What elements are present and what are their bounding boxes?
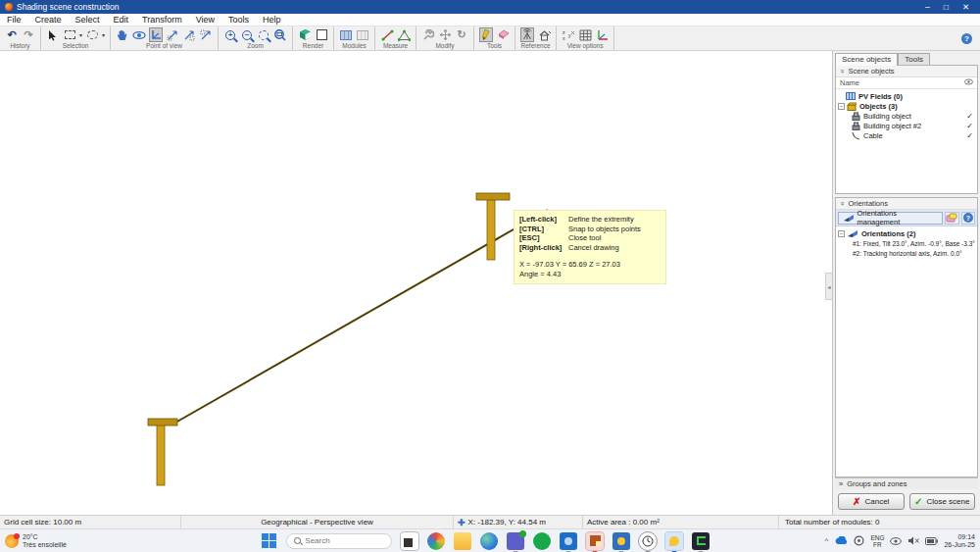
taskbar-clock[interactable]: 09:14 26-Jun-25 xyxy=(944,533,975,549)
view-top-icon[interactable] xyxy=(166,27,179,42)
orientation-layers-button[interactable] xyxy=(945,212,958,225)
marquee-dropdown-icon[interactable]: ▾ xyxy=(79,31,82,38)
privacy-eye-icon[interactable] xyxy=(890,537,902,545)
orientations-management-button[interactable]: Orientations management xyxy=(838,212,943,225)
photos-app-icon[interactable] xyxy=(427,532,445,550)
orientation-help-button[interactable]: ? xyxy=(961,212,975,225)
visible-check-icon[interactable]: ✓ xyxy=(966,122,977,130)
tree-item-orientation-1[interactable]: #1: Fixed, Tilt 23.0°, Azim. -0.9°, Base… xyxy=(836,238,977,248)
render-wireframe-icon[interactable] xyxy=(315,27,328,42)
menu-edit[interactable]: Edit xyxy=(107,15,136,25)
upper-post-pole[interactable] xyxy=(487,199,495,260)
outlook-icon[interactable] xyxy=(560,532,577,550)
render-solid-icon[interactable] xyxy=(298,27,312,42)
visible-check-icon[interactable]: ✓ xyxy=(966,131,977,140)
clock-app-icon[interactable] xyxy=(639,532,657,550)
scene-objects-header[interactable]: « Scene objects xyxy=(836,66,977,77)
pvsyst-app-icon[interactable] xyxy=(665,532,683,550)
cursor-select-icon[interactable] xyxy=(46,27,60,42)
language-indicator[interactable]: ENG FR xyxy=(870,534,884,548)
measure-distance-icon[interactable] xyxy=(380,27,394,42)
weather-condition: Très ensoleillé xyxy=(23,541,67,549)
scene-canvas[interactable]: [Left-click] Define the extremity [CTRL]… xyxy=(0,51,833,515)
view-side-icon[interactable] xyxy=(199,27,213,42)
battery-icon[interactable] xyxy=(925,537,938,545)
tree-item-objects[interactable]: − Objects (3) xyxy=(836,101,977,111)
menu-transform[interactable]: Transform xyxy=(135,15,189,25)
toolbar-group-modify: ↻ Modify xyxy=(416,26,474,50)
active-shading-app-icon[interactable] xyxy=(586,532,604,550)
draw-pencil-icon[interactable] xyxy=(479,27,493,42)
tab-scene-objects[interactable]: Scene objects xyxy=(835,53,898,66)
tree-item-cable[interactable]: Cable ✓ xyxy=(836,130,977,140)
upper-post-bar[interactable] xyxy=(476,193,510,200)
xyz-coordinates-icon[interactable]: zxy xyxy=(562,27,575,42)
groups-and-zones-bar[interactable]: » Groups and zones xyxy=(835,477,978,489)
modules-show-icon[interactable] xyxy=(339,27,353,42)
axis-toggle-icon[interactable] xyxy=(595,27,609,42)
tree-item-building-object-2[interactable]: Building object #2 ✓ xyxy=(836,121,977,130)
minimize-icon[interactable]: – xyxy=(925,2,930,12)
volume-muted-icon[interactable] xyxy=(907,536,919,545)
maximize-icon[interactable]: □ xyxy=(944,2,949,12)
lower-post-pole[interactable] xyxy=(157,424,165,485)
orientation-icon xyxy=(843,213,854,223)
hidden-icons-chevron[interactable]: ^ xyxy=(825,536,829,545)
view-front-icon[interactable] xyxy=(182,27,196,42)
redo-icon[interactable]: ↷ xyxy=(22,27,35,42)
move-icon[interactable] xyxy=(438,27,452,42)
tree-item-pv-fields[interactable]: PV Fields (0) xyxy=(836,91,977,101)
eraser-icon[interactable] xyxy=(496,27,510,42)
collapse-node-icon[interactable]: − xyxy=(838,230,845,237)
pan-hand-icon[interactable] xyxy=(116,27,129,42)
onedrive-cloud-icon[interactable] xyxy=(834,536,848,545)
collapse-node-icon[interactable]: − xyxy=(838,103,845,110)
menu-help[interactable]: Help xyxy=(256,15,288,25)
measure-angle-icon[interactable] xyxy=(397,27,411,42)
lasso-select-icon[interactable] xyxy=(85,27,99,42)
modules-hide-icon[interactable] xyxy=(356,27,369,42)
spotify-icon[interactable] xyxy=(533,532,551,550)
menu-create[interactable]: Create xyxy=(28,15,69,25)
task-view-icon[interactable] xyxy=(401,532,418,550)
wrench-icon[interactable] xyxy=(421,27,435,42)
menu-view[interactable]: View xyxy=(189,15,221,25)
file-explorer-icon[interactable] xyxy=(454,532,471,550)
green-tool-app-icon[interactable] xyxy=(692,532,710,550)
zoom-in-icon[interactable]: + xyxy=(223,27,237,42)
visible-check-icon[interactable]: ✓ xyxy=(966,112,977,121)
tree-item-building-object[interactable]: Building object ✓ xyxy=(836,111,977,121)
start-button[interactable] xyxy=(262,533,277,549)
lower-post-bar[interactable] xyxy=(148,419,177,426)
taskbar-search-input[interactable]: Search xyxy=(286,533,392,549)
menu-file[interactable]: File xyxy=(0,15,28,25)
zoom-window-icon[interactable] xyxy=(257,27,270,42)
orbit-view-icon[interactable] xyxy=(132,27,146,42)
tree-item-orientation-2[interactable]: #2: Tracking horizontal axis, Azim. 0.0° xyxy=(836,248,977,258)
grid-toggle-icon[interactable] xyxy=(578,27,592,42)
gallery-app-icon[interactable] xyxy=(612,532,630,550)
close-icon[interactable]: ✕ xyxy=(962,2,969,12)
edge-browser-icon[interactable] xyxy=(480,532,498,550)
cancel-button[interactable]: ✗ Cancel xyxy=(838,493,905,510)
rotate-icon[interactable]: ↻ xyxy=(455,27,468,42)
teams-icon[interactable] xyxy=(507,532,524,550)
undo-icon[interactable]: ↶ xyxy=(5,27,19,42)
menu-select[interactable]: Select xyxy=(69,15,107,25)
help-icon[interactable]: ? xyxy=(961,33,972,44)
house-reference-icon[interactable] xyxy=(537,27,551,42)
lasso-dropdown-icon[interactable]: ▾ xyxy=(102,31,105,38)
menu-tools[interactable]: Tools xyxy=(221,15,256,25)
taskbar-weather-widget[interactable]: 20°C Très ensoleillé xyxy=(0,533,147,549)
marquee-select-icon[interactable] xyxy=(63,27,76,42)
settings-sync-icon[interactable] xyxy=(854,535,864,546)
tree-item-orientations-root[interactable]: − Orientations (2) xyxy=(836,228,977,238)
panel-collapse-handle[interactable]: ◂ xyxy=(825,273,832,300)
status-bar: Grid cell size: 10.00 m Geographical - P… xyxy=(0,515,980,528)
zoom-extents-icon[interactable] xyxy=(273,27,287,42)
scene-objects-panel: « Scene objects Name PV Fields (0) − Obj… xyxy=(835,65,978,194)
zoom-out-icon[interactable]: − xyxy=(240,27,254,42)
axes-view-icon[interactable] xyxy=(149,27,163,42)
antenna-reference-icon[interactable] xyxy=(520,27,534,42)
close-scene-button[interactable]: ✓ Close scene xyxy=(909,493,976,510)
